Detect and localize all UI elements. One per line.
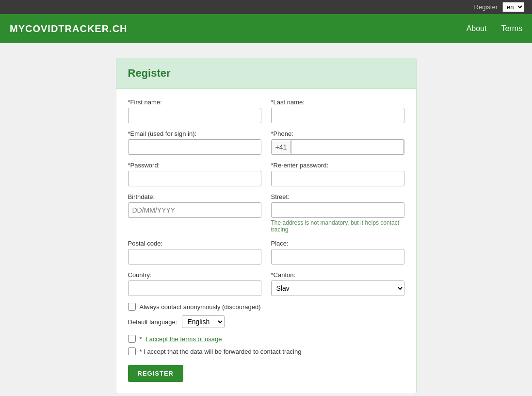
street-group: Street: The address is not mandatory, bu… (271, 193, 404, 233)
language-row: Default language: English Deutsch França… (128, 315, 404, 328)
language-selector[interactable]: en de fr it (502, 2, 524, 12)
register-button[interactable]: REGISTER (128, 365, 183, 382)
data-forward-checkbox[interactable] (128, 347, 136, 355)
nav-about-link[interactable]: About (467, 24, 487, 33)
street-input[interactable] (271, 202, 404, 218)
anonymous-checkbox-row: Always contact anonymously (discouraged) (128, 303, 404, 311)
place-group: Place: (271, 240, 404, 264)
nav-links: About Terms (467, 24, 522, 33)
country-label: Country: (128, 271, 261, 279)
terms-prefix: * (140, 335, 142, 343)
default-language-select[interactable]: English Deutsch Français Italiano (182, 315, 225, 328)
canton-label: *Canton: (271, 271, 404, 279)
email-input[interactable] (128, 139, 261, 155)
country-input[interactable] (128, 280, 261, 296)
anonymous-label: Always contact anonymously (discouraged) (140, 303, 261, 311)
reenter-password-group: *Re-enter password: (271, 162, 404, 186)
first-name-input[interactable] (128, 108, 261, 123)
reenter-password-label: *Re-enter password: (271, 162, 404, 169)
phone-input-wrapper: +41 (271, 139, 404, 155)
register-title: Register (128, 67, 404, 80)
nav-terms-link[interactable]: Terms (501, 24, 522, 33)
password-label: *Password: (128, 162, 261, 169)
email-group: *Email (used for sign in): (128, 130, 261, 155)
place-input[interactable] (271, 249, 404, 264)
terms-link[interactable]: I accept the terms of usage (146, 335, 222, 343)
register-card: Register *First name: *Last name: *Email… (116, 58, 417, 394)
page-content: Register *First name: *Last name: *Email… (0, 43, 532, 396)
top-bar: Register en de fr it (0, 0, 532, 14)
last-name-group: *Last name: (271, 99, 404, 123)
birthdate-street-row: Birthdate: Street: The address is not ma… (128, 193, 404, 233)
birthdate-group: Birthdate: (128, 193, 261, 233)
first-name-group: *First name: (128, 99, 261, 123)
top-register-label: Register (474, 3, 498, 11)
data-forward-label: * I accept that the data will be forward… (140, 348, 302, 355)
postal-code-label: Postal code: (128, 240, 261, 247)
birthdate-label: Birthdate: (128, 193, 261, 200)
reenter-password-input[interactable] (271, 171, 404, 186)
phone-label: *Phone: (271, 130, 404, 137)
first-name-label: *First name: (128, 99, 261, 106)
address-hint: The address is not mandatory, but it hel… (271, 219, 404, 233)
postal-place-row: Postal code: Place: (128, 240, 404, 264)
birthdate-input[interactable] (128, 202, 261, 218)
main-nav: MYCOVIDTRACKER.CH About Terms (0, 14, 532, 43)
email-phone-row: *Email (used for sign in): *Phone: +41 (128, 130, 404, 155)
default-language-label: Default language: (128, 318, 177, 326)
terms-checkbox[interactable] (128, 335, 136, 343)
place-label: Place: (271, 240, 404, 247)
country-canton-row: Country: *Canton: Slav AGAIAR BEBLBS FRG… (128, 271, 404, 296)
password-row: *Password: *Re-enter password: (128, 162, 404, 186)
register-body: *First name: *Last name: *Email (used fo… (116, 89, 416, 394)
postal-code-input[interactable] (128, 249, 261, 264)
data-forward-checkbox-row: * I accept that the data will be forward… (128, 347, 404, 355)
terms-checkbox-row: * I accept the terms of usage (128, 335, 404, 343)
name-row: *First name: *Last name: (128, 99, 404, 123)
password-group: *Password: (128, 162, 261, 186)
postal-code-group: Postal code: (128, 240, 261, 264)
country-group: Country: (128, 271, 261, 296)
canton-group: *Canton: Slav AGAIAR BEBLBS FRGEGL GRJUL… (271, 271, 404, 296)
last-name-label: *Last name: (271, 99, 404, 106)
phone-group: *Phone: +41 (271, 130, 404, 155)
last-name-input[interactable] (271, 108, 404, 123)
password-input[interactable] (128, 171, 261, 186)
phone-prefix: +41 (272, 141, 291, 153)
phone-input[interactable] (291, 139, 403, 155)
email-label: *Email (used for sign in): (128, 130, 261, 137)
street-label: Street: (271, 193, 404, 200)
anonymous-checkbox[interactable] (128, 303, 136, 311)
canton-select[interactable]: Slav AGAIAR BEBLBS FRGEGL GRJULU NENWOW … (271, 280, 404, 296)
register-header: Register (116, 58, 416, 89)
brand-logo: MYCOVIDTRACKER.CH (10, 23, 128, 34)
